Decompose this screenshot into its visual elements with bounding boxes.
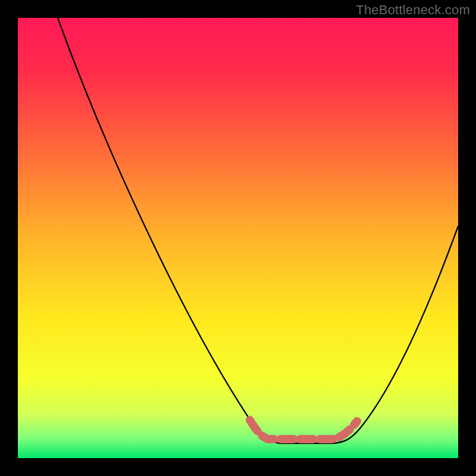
gradient-plot-area (18, 18, 458, 458)
bottleneck-chart (0, 0, 476, 476)
watermark-text: TheBottleneck.com (356, 2, 470, 18)
